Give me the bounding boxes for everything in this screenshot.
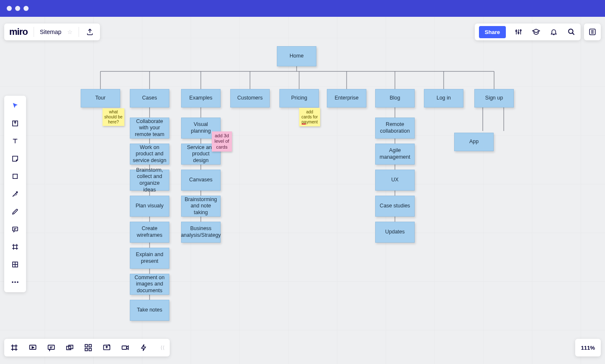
svg-rect-52 [122, 346, 127, 349]
sticky-note-yellow[interactable]: what should be here? [103, 108, 124, 126]
toolbar [4, 96, 26, 292]
svg-point-34 [568, 29, 573, 34]
learn-icon[interactable] [531, 27, 541, 37]
sticky-note-yellow[interactable]: add cards for payment [299, 108, 320, 126]
sitemap-child[interactable]: Updates [375, 222, 415, 243]
sitemap-child[interactable]: Take notes [130, 300, 169, 321]
pen-tool[interactable] [8, 206, 22, 217]
note-tag [302, 123, 306, 125]
svg-point-33 [520, 30, 521, 31]
star-icon[interactable]: ☆ [67, 29, 73, 35]
sitemap-child[interactable]: Create wireframes [130, 222, 169, 243]
sitemap-child[interactable]: Plan visualy [130, 196, 169, 217]
sitemap-child[interactable]: Remote collaboration [375, 118, 415, 139]
topbar-left: miro Sitemap ☆ [4, 24, 100, 40]
divider [34, 27, 34, 37]
frame-tool[interactable] [8, 241, 22, 253]
cards-icon[interactable] [65, 343, 75, 353]
sitemap-root[interactable]: Home [277, 46, 316, 66]
sitemap-child[interactable]: Brainstorm, collect and organize ideas [130, 170, 169, 191]
share-button[interactable]: Share [479, 26, 506, 38]
sitemap-child[interactable]: Explain and present [130, 248, 169, 269]
table-tool[interactable] [8, 259, 22, 270]
sitemap-child[interactable]: Work on product and service design [130, 144, 169, 165]
bell-icon[interactable] [549, 27, 559, 37]
export-icon[interactable] [85, 27, 95, 37]
svg-rect-44 [48, 345, 55, 349]
sitemap-col[interactable]: Enterprise [327, 89, 366, 107]
board-name[interactable]: Sitemap [40, 29, 61, 35]
sitemap-col[interactable]: Tour [81, 89, 120, 107]
sitemap-child[interactable]: Business analysis/Strategy [181, 222, 221, 243]
canvas-area[interactable]: HomeTourCasesCollaborate with your remot… [0, 17, 605, 364]
video-icon[interactable] [120, 343, 130, 353]
svg-rect-49 [85, 348, 88, 351]
svg-point-32 [518, 32, 519, 34]
sitemap-col[interactable]: Blog [375, 89, 415, 107]
sitemap-col[interactable]: Log in [424, 89, 463, 107]
search-icon[interactable] [566, 27, 576, 37]
screenshare-icon[interactable] [102, 343, 112, 353]
window-dot[interactable] [15, 6, 20, 11]
frames-icon[interactable] [9, 343, 19, 353]
svg-rect-48 [89, 345, 92, 347]
window-titlebar [0, 0, 605, 17]
sitemap-child[interactable]: Case studies [375, 196, 415, 217]
sitemap-child[interactable]: App [454, 133, 494, 151]
svg-point-41 [14, 281, 16, 283]
present-icon[interactable] [28, 343, 38, 353]
svg-point-31 [516, 30, 517, 31]
apps-icon[interactable] [83, 343, 93, 353]
sidepanel-toggle[interactable] [584, 24, 601, 40]
comment-tool[interactable] [8, 223, 22, 235]
more-tools[interactable] [8, 276, 22, 288]
window-dot[interactable] [7, 6, 12, 11]
note-text: add cards for payment [301, 110, 318, 125]
collapse-icon[interactable]: ⟨⟨ [160, 345, 165, 351]
sitemap-child[interactable]: Brainstorming and note taking [181, 196, 221, 217]
sticky-note-pink[interactable]: add 3d level of cards [212, 131, 232, 152]
sitemap-col[interactable]: Cases [130, 89, 169, 107]
bolt-icon[interactable] [139, 343, 149, 353]
sitemap-col[interactable]: Pricing [279, 89, 319, 107]
svg-point-42 [17, 281, 18, 283]
sitemap-child[interactable]: Agile management [375, 144, 415, 165]
comments-icon[interactable] [46, 343, 56, 353]
sitemap-col[interactable]: Customers [230, 89, 270, 107]
svg-rect-47 [85, 345, 88, 347]
cursor-tool[interactable] [8, 100, 22, 112]
shape-tool[interactable] [8, 170, 22, 182]
svg-point-40 [12, 281, 13, 283]
sitemap-col[interactable]: Sign up [474, 89, 514, 107]
divider [79, 27, 79, 37]
sitemap-child[interactable]: Canvases [181, 170, 221, 191]
sitemap-col[interactable]: Examples [181, 89, 221, 107]
svg-rect-50 [89, 348, 92, 351]
text-tool[interactable] [8, 135, 22, 147]
window-dot[interactable] [24, 6, 29, 11]
bottom-toolbar: ⟨⟨ [4, 339, 170, 356]
logo[interactable]: miro [9, 26, 28, 37]
template-tool[interactable] [8, 118, 22, 129]
sitemap-child[interactable]: UX [375, 170, 415, 191]
grid-bg [0, 17, 605, 364]
svg-rect-37 [13, 174, 18, 179]
zoom-level[interactable]: 111% [575, 339, 601, 356]
settings-icon[interactable] [513, 27, 523, 37]
line-tool[interactable] [8, 188, 22, 200]
topbar-right: Share [475, 24, 581, 40]
sitemap-child[interactable]: Collaborate with your remote team [130, 118, 169, 139]
sticky-tool[interactable] [8, 153, 22, 165]
sitemap-child[interactable]: Comment on images and documents [130, 274, 169, 295]
